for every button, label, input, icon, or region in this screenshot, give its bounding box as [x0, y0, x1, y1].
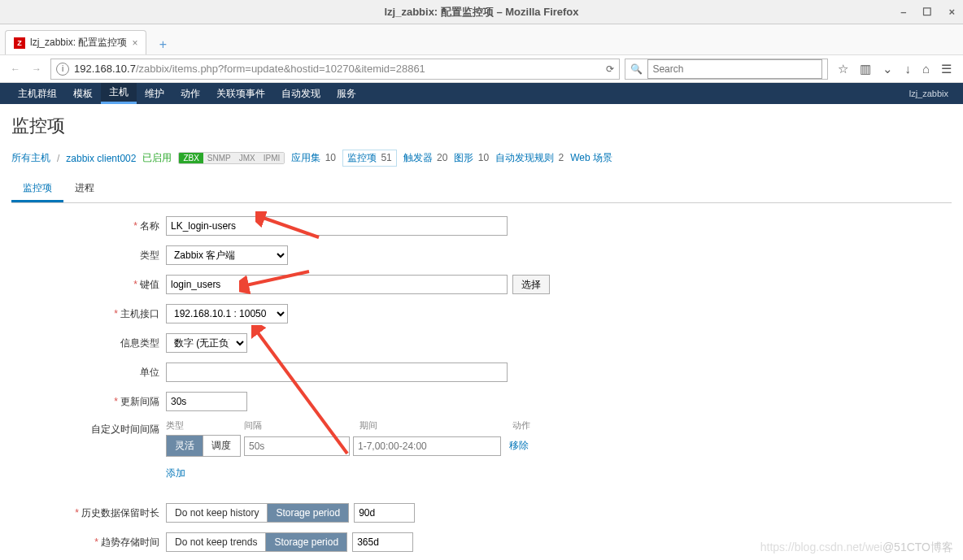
window-titlebar: lzj_zabbix: 配置监控项 – Mozilla Firefox – ☐ …	[0, 0, 963, 24]
nav-user: lzj_zabbix	[909, 89, 953, 98]
col-interval: 间隔	[244, 419, 359, 432]
col-action: 动作	[512, 419, 561, 432]
bookmarks-icon[interactable]: ▥	[860, 62, 871, 76]
select-interface[interactable]: 192.168.10.1 : 10050	[166, 304, 288, 323]
urlbar: ← → i 192.168.10.7/zabbix/items.php?form…	[0, 55, 963, 83]
link-discovery[interactable]: 自动发现规则 2	[495, 151, 564, 165]
input-interval[interactable]	[166, 392, 247, 411]
inner-tabs: 监控项 进程	[11, 176, 952, 203]
nav-back-icon[interactable]: ←	[7, 60, 24, 78]
input-custom-interval[interactable]	[244, 436, 350, 456]
label-history: 历史数据保留时长	[81, 507, 159, 519]
input-trend-period[interactable]	[352, 532, 413, 552]
label-interface: 主机接口	[120, 308, 159, 319]
tab-item[interactable]: 监控项	[11, 176, 63, 202]
seg-trend-nokeep[interactable]: Do not keep trends	[167, 533, 265, 551]
new-tab-button[interactable]: +	[151, 35, 174, 54]
site-info-icon[interactable]: i	[56, 63, 69, 76]
browser-tab[interactable]: Z lzj_zabbix: 配置监控项 ×	[5, 30, 146, 54]
input-name[interactable]	[166, 216, 508, 236]
star-icon[interactable]: ☆	[838, 62, 848, 76]
label-infotype: 信息类型	[120, 337, 159, 349]
nav-forward-icon[interactable]: →	[28, 60, 46, 78]
nav-templates[interactable]: 模板	[65, 83, 101, 104]
breadcrumb: 所有主机 / zabbix client002 已启用 ZBX SNMP JMX…	[11, 150, 952, 167]
select-infotype[interactable]: 数字 (无正负)	[166, 333, 247, 353]
link-applications[interactable]: 应用集 10	[291, 151, 336, 165]
seg-flex[interactable]: 灵活	[167, 436, 203, 456]
input-history-period[interactable]	[354, 503, 415, 523]
label-trend: 趋势存储时间	[101, 536, 159, 548]
label-custom-interval: 自定义时间间隔	[91, 423, 159, 435]
link-graphs[interactable]: 图形 10	[454, 151, 489, 165]
seg-history-storage[interactable]: Storage period	[267, 504, 348, 522]
window-minimize-icon[interactable]: –	[900, 6, 906, 18]
select-type[interactable]: Zabbix 客户端	[166, 245, 288, 265]
label-key: 键值	[140, 279, 159, 290]
menu-icon[interactable]: ☰	[941, 62, 952, 76]
seg-trend-storage[interactable]: Storage period	[265, 533, 346, 551]
badge-ipmi: IPMI	[259, 153, 285, 163]
refresh-icon[interactable]: ⟳	[606, 63, 614, 75]
badge-zbx: ZBX	[179, 153, 203, 163]
col-period: 期间	[359, 419, 512, 432]
url-field[interactable]: i 192.168.10.7/zabbix/items.php?form=upd…	[50, 59, 620, 80]
badge-jmx: JMX	[235, 153, 259, 163]
nav-correlation[interactable]: 关联项事件	[208, 83, 273, 104]
input-custom-period[interactable]	[353, 436, 501, 456]
browser-tab-title: lzj_zabbix: 配置监控项	[30, 36, 127, 50]
label-interval: 更新间隔	[120, 396, 159, 407]
label-name: 名称	[140, 220, 159, 232]
browser-search-input[interactable]	[647, 59, 822, 79]
bc-enabled: 已启用	[142, 151, 172, 165]
window-title: lzj_zabbix: 配置监控项 – Mozilla Firefox	[384, 5, 578, 20]
nav-actions[interactable]: 动作	[172, 83, 208, 104]
nav-hostgroups[interactable]: 主机群组	[10, 83, 65, 104]
url-path: /zabbix/items.php?form=update&hostid=102…	[136, 63, 425, 75]
watermark: https://blog.csdn.net/wei@51CTO博客	[760, 540, 953, 555]
bc-all-hosts[interactable]: 所有主机	[11, 151, 50, 165]
downloads-icon[interactable]: ↓	[904, 62, 911, 76]
nav-hosts[interactable]: 主机	[101, 83, 137, 104]
browser-tabbar: Z lzj_zabbix: 配置监控项 × +	[0, 24, 963, 55]
badge-snmp: SNMP	[203, 153, 235, 163]
seg-sched[interactable]: 调度	[203, 436, 239, 456]
input-unit[interactable]	[166, 362, 508, 382]
link-triggers[interactable]: 触发器 20	[403, 151, 448, 165]
tab-process[interactable]: 进程	[63, 176, 106, 202]
label-unit: 单位	[140, 367, 159, 378]
input-key[interactable]	[166, 275, 508, 294]
url-host: 192.168.10.7	[74, 63, 136, 75]
seg-history-nokeep[interactable]: Do not keep history	[167, 504, 267, 522]
url-text: 192.168.10.7/zabbix/items.php?form=updat…	[74, 63, 606, 75]
select-key-button[interactable]: 选择	[512, 275, 550, 294]
browser-search[interactable]: 🔍	[625, 59, 828, 80]
bc-host[interactable]: zabbix client002	[66, 153, 136, 164]
zabbix-top-nav: 主机群组 模板 主机 维护 动作 关联项事件 自动发现 服务 lzj_zabbi…	[0, 83, 963, 104]
link-remove-interval[interactable]: 移除	[509, 439, 529, 453]
page-title: 监控项	[11, 114, 952, 138]
window-close-icon[interactable]: ×	[948, 6, 955, 18]
zabbix-favicon-icon: Z	[14, 37, 25, 49]
window-maximize-icon[interactable]: ☐	[922, 6, 932, 18]
pocket-icon[interactable]: ⌄	[882, 62, 893, 76]
label-type: 类型	[140, 250, 159, 261]
nav-discovery[interactable]: 自动发现	[273, 83, 329, 104]
search-icon: 🔍	[630, 63, 643, 75]
col-type: 类型	[166, 419, 244, 432]
nav-maintenance[interactable]: 维护	[137, 83, 172, 104]
link-items[interactable]: 监控项 51	[342, 150, 397, 167]
nav-services[interactable]: 服务	[329, 83, 364, 104]
home-icon[interactable]: ⌂	[922, 62, 930, 76]
availability-badges: ZBX SNMP JMX IPMI	[178, 152, 285, 164]
tab-close-icon[interactable]: ×	[132, 37, 137, 49]
link-add-interval[interactable]: 添加	[166, 467, 185, 480]
link-web[interactable]: Web 场景	[570, 151, 612, 165]
